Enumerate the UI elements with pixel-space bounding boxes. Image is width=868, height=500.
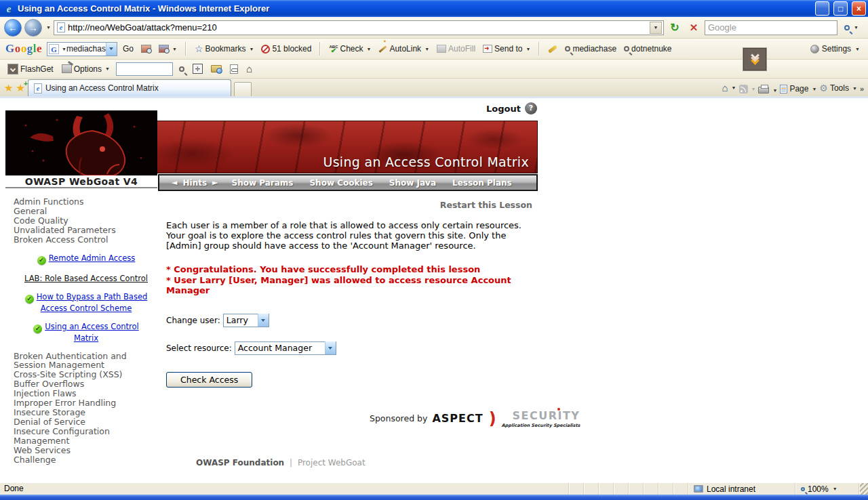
sidebar-item-broken-access-control[interactable]: Broken Access Control: [14, 235, 157, 245]
lesson-lab-role-based-access-control[interactable]: LAB: Role Based Access Control: [22, 274, 151, 283]
search-go-button[interactable]: ▼: [840, 20, 863, 36]
lesson-bypass-path-based-access-control[interactable]: ✔How to Bypass a Path Based Access Contr…: [22, 292, 151, 313]
address-dropdown-button[interactable]: ▼: [650, 22, 662, 34]
search-site-button[interactable]: [139, 43, 153, 54]
send-to-dropdown-icon[interactable]: ▼: [526, 47, 530, 51]
options-dropdown-icon[interactable]: ▼: [105, 66, 110, 71]
sidebar-item-general[interactable]: General: [14, 207, 157, 216]
send-to-button[interactable]: Send to ▼: [481, 43, 532, 55]
stop-button[interactable]: ✕: [686, 20, 702, 36]
favorites-center-button[interactable]: ★: [4, 82, 13, 94]
change-user-select[interactable]: Larry: [223, 314, 269, 327]
lesson-using-access-control-matrix[interactable]: ✔Using an Access Control Matrix: [22, 322, 151, 343]
select-resource-select[interactable]: Account Manager: [235, 341, 336, 355]
flashget-home-button[interactable]: ⌂: [244, 62, 254, 76]
highlighter-button[interactable]: [546, 46, 559, 52]
zoom-control[interactable]: 100% ▼: [795, 483, 859, 495]
bookmarks-button[interactable]: ☆ Bookmarks ▼: [193, 42, 256, 56]
hints-next-icon[interactable]: ►: [212, 178, 218, 187]
settings-dropdown-icon[interactable]: ▼: [855, 47, 860, 51]
menu-lesson-plans[interactable]: Lesson Plans: [444, 178, 520, 188]
flashget-button[interactable]: FlashGet: [5, 62, 56, 76]
sidebar-item-injection-flaws[interactable]: Injection Flaws: [14, 389, 157, 398]
logout-link[interactable]: Logout: [486, 104, 521, 114]
mediachase-search-button[interactable]: mediachase: [563, 43, 618, 55]
menu-show-java[interactable]: Show Java: [381, 178, 444, 188]
sidebar-item-improper-error-handling[interactable]: Improper Error Handling: [14, 398, 157, 408]
check-access-button[interactable]: Check Access: [166, 372, 252, 388]
menu-hints[interactable]: Hints: [181, 178, 208, 188]
history-dropdown-icon[interactable]: ▼: [46, 25, 51, 30]
bookmarks-dropdown-icon[interactable]: ▼: [249, 47, 254, 51]
restore-button[interactable]: □: [833, 1, 848, 16]
menu-show-cookies[interactable]: Show Cookies: [301, 178, 380, 188]
page-menu-button[interactable]: Page▼: [780, 84, 816, 93]
tools-dropdown-icon[interactable]: ▼: [852, 86, 857, 91]
sidebar-item-broken-authentication[interactable]: Broken Authentication and Session Manage…: [14, 352, 157, 370]
flashget-search-button[interactable]: [177, 65, 186, 73]
sidebar-item-insecure-storage[interactable]: Insecure Storage: [14, 408, 157, 417]
google-search-combo[interactable]: G ▼ mediachase: [47, 42, 117, 56]
search-box[interactable]: [705, 20, 837, 35]
tools-menu-button[interactable]: ⚙Tools▼: [819, 83, 857, 93]
help-button[interactable]: ?: [525, 102, 537, 114]
dotnetnuke-search-button[interactable]: dotnetnuke: [622, 43, 673, 55]
lesson-lab-label[interactable]: LAB: Role Based Access Control: [24, 274, 148, 283]
home-button[interactable]: ⌂▼: [722, 82, 736, 93]
flashget-capture-button[interactable]: [191, 62, 205, 75]
sidebar-item-buffer-overflows[interactable]: Buffer Overflows: [14, 379, 157, 389]
zoom-dropdown-icon[interactable]: ▼: [833, 486, 837, 491]
new-tab-button[interactable]: [234, 82, 252, 96]
print-dropdown-icon[interactable]: ▼: [772, 88, 777, 93]
lesson-remote-admin-access[interactable]: ✔Remote Admin Access: [22, 253, 151, 265]
change-user-dropdown-button[interactable]: [258, 314, 269, 327]
sidebar-item-code-quality[interactable]: Code Quality: [14, 216, 157, 226]
google-search-type-dropdown-icon[interactable]: ▼: [62, 47, 66, 51]
aspect-logo-text[interactable]: ASPECT: [432, 412, 483, 425]
print-button[interactable]: ▼: [758, 87, 777, 93]
sidebar-item-web-services[interactable]: Web Services: [14, 446, 157, 455]
lesson-link-label[interactable]: Using an Access Control Matrix: [45, 322, 138, 343]
lesson-link-label[interactable]: How to Bypass a Path Based Access Contro…: [37, 292, 148, 313]
toolbar-overflow-icon[interactable]: »: [860, 85, 864, 93]
flashget-download-page-button[interactable]: [228, 63, 240, 75]
settings-button[interactable]: Settings ▼: [810, 44, 863, 54]
spellcheck-button[interactable]: ABC✔ Check ▼: [327, 43, 373, 55]
popup-blocked-button[interactable]: 51 blocked: [259, 43, 313, 55]
resize-grip[interactable]: [859, 483, 868, 495]
sidebar-item-admin-functions[interactable]: Admin Functions: [14, 197, 157, 207]
url-input[interactable]: [68, 22, 647, 33]
google-search-value[interactable]: mediachase: [66, 44, 106, 54]
sidebar-item-insecure-configuration[interactable]: Insecure Configuration Management: [14, 427, 157, 445]
sidebar-item-challenge[interactable]: Challenge: [14, 455, 157, 465]
search-more-button[interactable]: ▼: [157, 43, 179, 54]
sidebar-item-unvalidated-parameters[interactable]: Unvalidated Parameters: [14, 226, 157, 235]
add-favorite-button[interactable]: ★: [16, 82, 24, 94]
refresh-button[interactable]: ↻: [667, 20, 683, 36]
tab-active[interactable]: e Using an Access Control Matrix: [28, 79, 231, 96]
feeds-button[interactable]: ▼: [739, 85, 756, 93]
google-go-button[interactable]: Go: [121, 43, 136, 55]
address-field[interactable]: e ▼: [54, 20, 664, 35]
hints-prev-icon[interactable]: ◄: [172, 178, 177, 187]
sidebar-item-xss[interactable]: Cross-Site Scripting (XSS): [14, 370, 157, 379]
minimize-button[interactable]: _: [815, 1, 829, 16]
flashget-site-explorer-button[interactable]: [209, 64, 224, 74]
owasp-foundation-link[interactable]: OWASP Foundation: [196, 458, 284, 467]
back-button[interactable]: ←: [4, 19, 22, 37]
check-dropdown-icon[interactable]: ▼: [366, 47, 371, 51]
select-resource-dropdown-button[interactable]: [325, 341, 336, 354]
search-more-dropdown-icon[interactable]: ▼: [172, 47, 177, 51]
search-options-dropdown-icon[interactable]: ▼: [854, 25, 859, 30]
flashget-search-input[interactable]: [116, 62, 173, 76]
flashget-options-button[interactable]: Options ▼: [60, 63, 112, 75]
autofill-button[interactable]: AutoFill: [435, 43, 477, 55]
google-combo-dropdown-button[interactable]: [106, 43, 117, 56]
home-dropdown-icon[interactable]: ▼: [732, 85, 736, 90]
page-dropdown-icon[interactable]: ▼: [812, 87, 816, 91]
sidebar-item-denial-of-service[interactable]: Denial of Service: [14, 417, 157, 427]
search-input[interactable]: [708, 22, 834, 33]
lesson-link-label[interactable]: Remote Admin Access: [49, 253, 136, 263]
forward-button[interactable]: →: [24, 19, 42, 37]
autolink-dropdown-icon[interactable]: ▼: [425, 47, 429, 51]
